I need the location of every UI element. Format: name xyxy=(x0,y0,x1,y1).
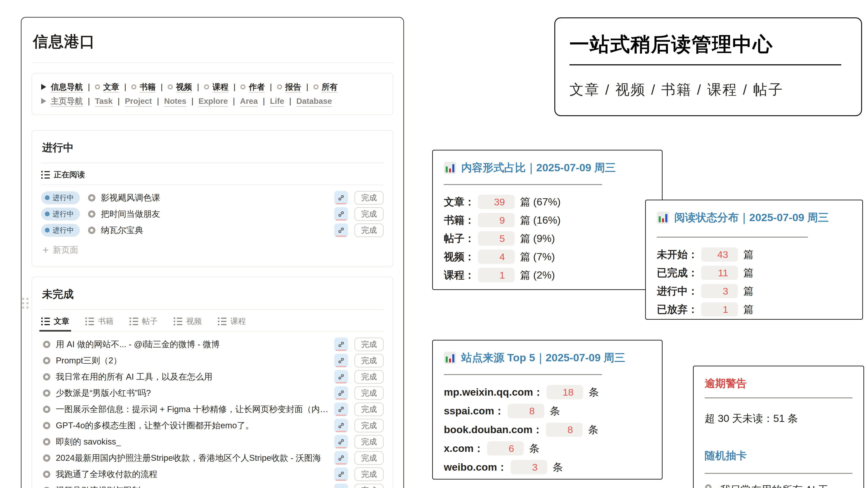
tab-posts[interactable]: 帖子 xyxy=(129,316,158,327)
nav-separator: | xyxy=(289,97,291,106)
new-page-button[interactable]: + 新页面 xyxy=(42,244,384,256)
item-title[interactable]: GPT-4o的多模态生图，让整个设计圈都开始emo了。 xyxy=(56,420,334,431)
done-button[interactable]: 完成 xyxy=(354,419,384,432)
item-title[interactable]: 纳瓦尔宝典 xyxy=(101,225,334,236)
tab-courses[interactable]: 课程 xyxy=(218,316,246,327)
list-view-icon xyxy=(174,317,182,325)
open-link-button[interactable] xyxy=(334,191,348,205)
list-view-icon xyxy=(218,317,226,325)
open-link-button[interactable] xyxy=(334,402,348,416)
status-badge: 进行中 xyxy=(41,224,80,237)
done-button[interactable]: 完成 xyxy=(354,386,384,400)
random-draw-item[interactable]: 我日常在用的所有 AI 工 xyxy=(705,483,852,488)
list-item: 一图展示全部信息：提示词 + Figma 十秒精修，让长网页秒变封面（内有...… xyxy=(41,401,384,417)
done-button[interactable]: 完成 xyxy=(354,402,384,416)
done-button[interactable]: 完成 xyxy=(354,337,384,351)
page-ring-icon xyxy=(43,438,50,446)
page-ring-icon xyxy=(43,373,50,381)
done-button[interactable]: 完成 xyxy=(354,207,384,221)
stat-suffix: 条 xyxy=(550,404,560,418)
nav-separator: | xyxy=(124,82,126,92)
tab-books[interactable]: 书籍 xyxy=(85,316,114,327)
open-link-button[interactable] xyxy=(334,370,348,384)
done-button[interactable]: 完成 xyxy=(354,467,384,481)
stat-row: 帖子： 5 篇 (9%) xyxy=(444,229,651,248)
open-link-button[interactable] xyxy=(334,435,348,449)
done-button[interactable]: 完成 xyxy=(354,451,384,465)
open-link-button[interactable] xyxy=(334,223,348,237)
nav-link-project[interactable]: Project xyxy=(125,97,152,106)
toggle-triangle-icon[interactable] xyxy=(41,84,46,90)
done-button[interactable]: 完成 xyxy=(354,354,384,367)
stat-row: mp.weixin.qq.com： 18 条 xyxy=(444,383,651,401)
item-title[interactable]: 影视飓风调色课 xyxy=(101,192,334,203)
drag-handle[interactable] xyxy=(22,298,29,309)
stat-row: 已放弃： 1 篇 xyxy=(657,300,851,319)
page-ring-icon xyxy=(43,487,50,488)
nav-link-area[interactable]: Area xyxy=(240,97,258,106)
nav-link-notes[interactable]: Notes xyxy=(164,97,186,106)
nav-link-home-nav[interactable]: 主页导航 xyxy=(51,96,83,106)
open-link-button[interactable] xyxy=(334,386,348,400)
stat-suffix: 篇 (9%) xyxy=(520,232,555,246)
open-link-button[interactable] xyxy=(334,207,348,221)
item-title[interactable]: 即刻的 savokiss_ xyxy=(56,436,334,448)
done-button[interactable]: 完成 xyxy=(354,435,384,449)
list-item: 视频号引流规则与限制 完成 xyxy=(41,482,384,488)
item-title[interactable]: 一图展示全部信息：提示词 + Figma 十秒精修，让长网页秒变封面（内有... xyxy=(56,403,334,415)
open-link-button[interactable] xyxy=(334,484,348,488)
info-port-card: 信息港口 信息导航 | 文章 | 书籍 | 视频 | 课程 | 作者 | 报告 … xyxy=(21,17,404,488)
item-title[interactable]: 把时间当做朋友 xyxy=(101,208,334,220)
toggle-triangle-icon[interactable] xyxy=(41,98,46,104)
nav-link-database[interactable]: Database xyxy=(296,97,332,106)
page-ring-icon xyxy=(204,85,209,89)
item-title[interactable]: 2024最新用国内护照注册Stripe收款，香港地区个人Stripe收款 - 沃… xyxy=(56,452,334,464)
stat-value: 43 xyxy=(701,248,738,262)
page-ring-icon xyxy=(95,85,100,89)
stat-label: 已放弃： xyxy=(657,302,698,316)
status-badge: 进行中 xyxy=(41,191,80,204)
item-title[interactable]: 少数派是“男版小红书”吗? xyxy=(56,387,334,399)
open-link-button[interactable] xyxy=(334,419,348,432)
tab-reading-now[interactable]: 正在阅读 xyxy=(41,169,85,180)
overdue-warning-title: 逾期警告 xyxy=(705,377,852,391)
done-button[interactable]: 完成 xyxy=(354,191,384,205)
stat-value: 39 xyxy=(478,195,515,209)
in-progress-section: 进行中 正在阅读 进行中 影视飓风调色课 完成 进行中 xyxy=(32,130,393,267)
item-title[interactable]: 视频号引流规则与限制 xyxy=(56,485,334,488)
open-link-button[interactable] xyxy=(334,451,348,465)
open-link-button[interactable] xyxy=(334,467,348,481)
item-title[interactable]: 我日常在用的所有 AI 工具，以及在怎么用 xyxy=(56,371,334,383)
open-link-button[interactable] xyxy=(334,337,348,351)
open-link-button[interactable] xyxy=(334,354,348,367)
nav-separator: | xyxy=(197,82,199,92)
nav-link-task[interactable]: Task xyxy=(95,97,113,106)
done-button[interactable]: 完成 xyxy=(354,370,384,384)
nav-link-all[interactable]: 所有 xyxy=(322,82,338,92)
nav-link-courses[interactable]: 课程 xyxy=(212,82,228,92)
random-item-link[interactable]: 我日常在用的所有 AI 工 xyxy=(720,483,829,488)
item-title[interactable]: Prompt三则（2） xyxy=(56,355,334,366)
tab-articles[interactable]: 文章 xyxy=(41,316,69,327)
stat-suffix: 篇 xyxy=(743,248,754,261)
nav-link-authors[interactable]: 作者 xyxy=(249,82,265,92)
nav-link-life[interactable]: Life xyxy=(270,97,284,106)
stat-suffix: 篇 (16%) xyxy=(520,214,561,227)
list-item: 少数派是“男版小红书”吗? 完成 xyxy=(41,385,384,401)
done-button[interactable]: 完成 xyxy=(354,484,384,488)
status-dot-icon xyxy=(45,228,50,233)
page-ring-icon xyxy=(43,389,50,397)
tab-videos[interactable]: 视频 xyxy=(174,316,202,327)
nav-link-reports[interactable]: 报告 xyxy=(285,82,301,92)
nav-link-books[interactable]: 书籍 xyxy=(140,82,156,92)
list-item: Prompt三则（2） 完成 xyxy=(41,352,384,369)
nav-link-info-nav[interactable]: 信息导航 xyxy=(51,82,83,92)
nav-link-articles[interactable]: 文章 xyxy=(103,82,119,92)
item-title[interactable]: 用 AI 做的网站不... - @i陆三金的微博 - 微博 xyxy=(56,339,334,350)
nav-link-explore[interactable]: Explore xyxy=(198,97,228,106)
done-button[interactable]: 完成 xyxy=(354,223,384,237)
page-ring-icon xyxy=(131,85,136,89)
item-title[interactable]: 我跑通了全球收付款的流程 xyxy=(56,468,334,480)
stat-label: book.douban.com： xyxy=(444,423,543,436)
nav-link-videos[interactable]: 视频 xyxy=(176,82,192,92)
